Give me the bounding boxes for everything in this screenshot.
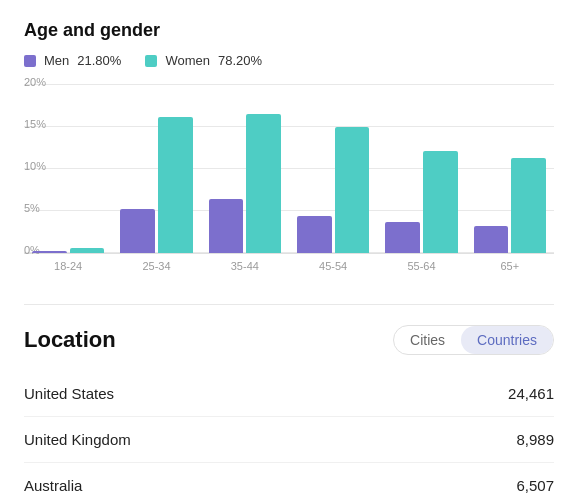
age-gender-title: Age and gender [24, 20, 554, 41]
women-pct: 78.20% [218, 53, 262, 68]
location-value: 6,507 [516, 477, 554, 494]
bar-men [32, 251, 67, 253]
x-axis-label: 25-34 [112, 260, 200, 272]
grid-label: 20% [24, 76, 46, 88]
location-name: United Kingdom [24, 431, 131, 448]
bar-men [385, 222, 420, 253]
chart-container: 20%15%10%5%0% 18-2425-3435-4445-5455-646… [24, 84, 554, 284]
location-title: Location [24, 327, 116, 353]
bar-women [70, 248, 105, 253]
grid-label: 5% [24, 202, 40, 214]
bar-group [201, 114, 289, 253]
age-gender-section: Age and gender Men 21.80% Women 78.20% 2… [24, 20, 554, 284]
location-list: United States24,461United Kingdom8,989Au… [24, 371, 554, 500]
bar-group [377, 151, 465, 253]
men-label: Men [44, 53, 69, 68]
location-value: 24,461 [508, 385, 554, 402]
location-name: Australia [24, 477, 82, 494]
location-name: United States [24, 385, 114, 402]
grid-label: 15% [24, 118, 46, 130]
section-divider [24, 304, 554, 305]
location-section: Location Cities Countries United States2… [24, 325, 554, 500]
bar-men [120, 209, 155, 253]
location-row: United Kingdom8,989 [24, 417, 554, 463]
legend-women: Women 78.20% [145, 53, 262, 68]
bar-men [474, 226, 509, 253]
bar-women [335, 127, 370, 253]
legend: Men 21.80% Women 78.20% [24, 53, 554, 68]
bar-women [511, 158, 546, 253]
tab-cities[interactable]: Cities [394, 326, 461, 354]
men-pct: 21.80% [77, 53, 121, 68]
grid-line: 20% [24, 84, 554, 85]
x-axis-label: 65+ [466, 260, 554, 272]
x-axis-label: 18-24 [24, 260, 112, 272]
men-swatch [24, 55, 36, 67]
x-axis-label: 35-44 [201, 260, 289, 272]
bar-group [112, 117, 200, 253]
bar-men [209, 199, 244, 253]
bar-women [246, 114, 281, 253]
x-axis-label: 45-54 [289, 260, 377, 272]
x-axis-label: 55-64 [377, 260, 465, 272]
location-value: 8,989 [516, 431, 554, 448]
chart-area: 20%15%10%5%0% [24, 84, 554, 254]
tab-countries[interactable]: Countries [461, 326, 553, 354]
tab-group: Cities Countries [393, 325, 554, 355]
bar-women [158, 117, 193, 253]
bar-men [297, 216, 332, 253]
bar-women [423, 151, 458, 253]
location-header: Location Cities Countries [24, 325, 554, 355]
location-row: Australia6,507 [24, 463, 554, 500]
bar-group [466, 158, 554, 253]
women-swatch [145, 55, 157, 67]
women-label: Women [165, 53, 210, 68]
x-labels: 18-2425-3435-4445-5455-6465+ [24, 260, 554, 272]
legend-men: Men 21.80% [24, 53, 121, 68]
location-row: United States24,461 [24, 371, 554, 417]
grid-label: 10% [24, 160, 46, 172]
bar-group [289, 127, 377, 253]
bar-group [24, 248, 112, 253]
